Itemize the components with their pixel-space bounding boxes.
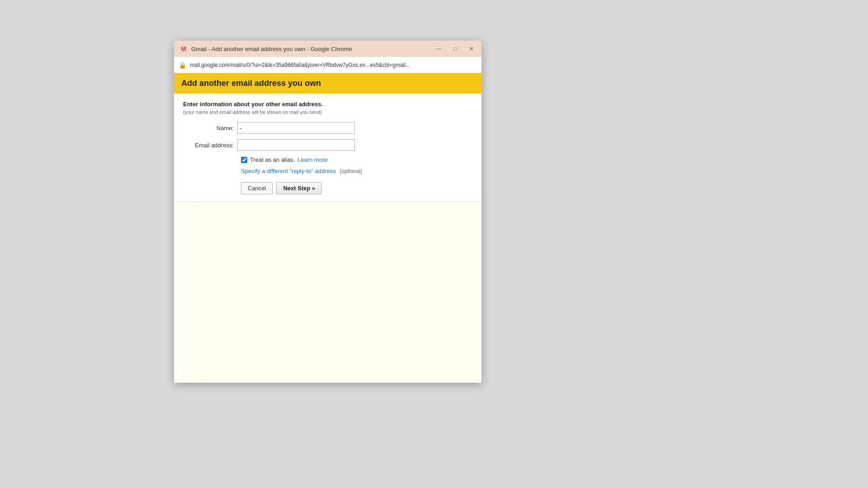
email-row: Email address:	[183, 139, 472, 151]
next-step-button[interactable]: Next Step »	[276, 182, 322, 194]
page-content: Add another email address you own Enter …	[174, 73, 481, 383]
page-header: Add another email address you own	[174, 73, 481, 94]
optional-text: (optional)	[340, 168, 362, 174]
minimize-button[interactable]: —	[434, 44, 443, 53]
address-bar: 🔒 mail.google.com/mail/u/0/?ui=2&ik=35a9…	[174, 57, 481, 73]
url-text[interactable]: mail.google.com/mail/u/0/?ui=2&ik=35a966…	[190, 62, 477, 68]
window-title: Gmail - Add another email address you ow…	[191, 46, 431, 52]
reply-to-row: Specify a different "reply-to" address (…	[241, 167, 472, 175]
maximize-button[interactable]: □	[451, 44, 460, 53]
name-row: Name:	[183, 122, 472, 134]
page-body	[174, 202, 481, 383]
learn-more-link[interactable]: Learn more	[297, 156, 327, 163]
email-input[interactable]	[237, 139, 355, 151]
title-bar: M Gmail - Add another email address you …	[174, 41, 481, 57]
form-section-subtitle: (your name and email address will be sho…	[183, 109, 472, 115]
name-label: Name:	[183, 125, 237, 131]
form-section: Enter information about your other email…	[174, 94, 481, 202]
alias-checkbox[interactable]	[241, 157, 247, 163]
reply-to-link[interactable]: Specify a different "reply-to" address	[241, 168, 336, 174]
gmail-favicon-icon: M	[179, 45, 188, 53]
window-controls: — □ ✕	[434, 44, 476, 53]
email-label: Email address:	[183, 142, 237, 149]
buttons-row: Cancel Next Step »	[241, 182, 472, 194]
alias-label: Treat as an alias.	[250, 156, 295, 163]
lock-icon: 🔒	[179, 61, 186, 69]
form-section-title: Enter information about your other email…	[183, 101, 472, 108]
browser-window: M Gmail - Add another email address you …	[174, 41, 481, 383]
name-input[interactable]	[237, 122, 355, 134]
cancel-button[interactable]: Cancel	[241, 182, 273, 194]
page-title: Add another email address you own	[181, 79, 321, 88]
alias-checkbox-row: Treat as an alias. Learn more	[241, 156, 472, 163]
close-button[interactable]: ✕	[467, 44, 476, 53]
